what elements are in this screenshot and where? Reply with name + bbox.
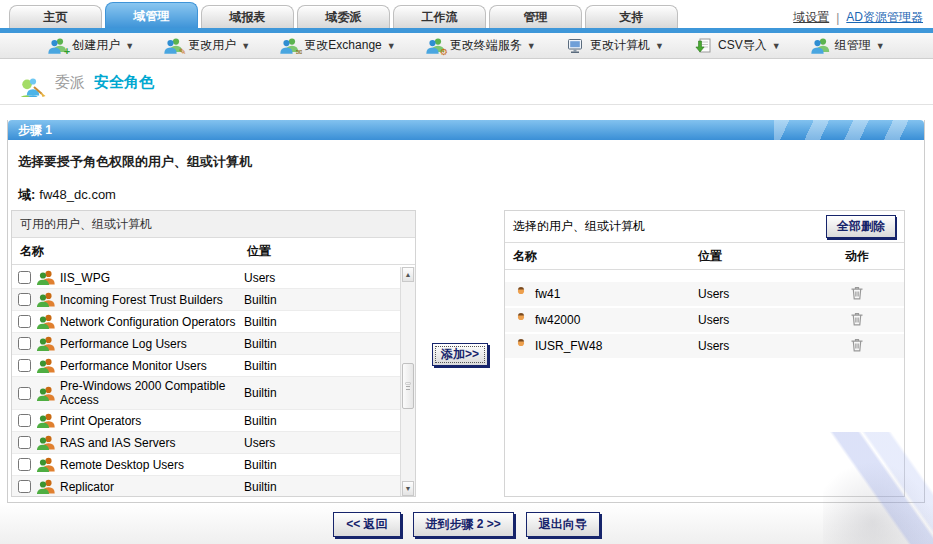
domain-settings-link[interactable]: 域设置 xyxy=(793,9,829,26)
add-button[interactable]: 添加>> xyxy=(432,343,488,366)
row-checkbox[interactable] xyxy=(18,315,31,328)
ad-explorer-link[interactable]: AD资源管理器 xyxy=(846,9,923,26)
available-rows: IIS_WPG Users Incoming Forest Trust Buil… xyxy=(12,267,400,496)
exit-wizard-button[interactable]: 退出向导 xyxy=(526,512,600,537)
item-name: Remote Desktop Users xyxy=(60,458,244,472)
group-icon xyxy=(37,413,55,428)
item-location: Builtin xyxy=(244,337,396,351)
row-checkbox[interactable] xyxy=(18,387,31,400)
list-item: Incoming Forest Trust Builders Builtin xyxy=(12,289,400,311)
column-header-location: 位置 xyxy=(698,248,818,265)
domain-label: 域: xyxy=(18,187,35,202)
scroll-down-arrow-icon[interactable]: ▼ xyxy=(402,481,414,496)
main-tab[interactable]: 支持 xyxy=(585,5,678,28)
toolbar-item-icon xyxy=(566,38,585,54)
item-location: Users xyxy=(244,436,396,450)
delegation-users-icon xyxy=(10,67,46,97)
main-tab[interactable]: 管理 xyxy=(489,5,582,28)
list-item: RAS and IAS Servers Users xyxy=(12,432,400,454)
list-item: Performance Monitor Users Builtin xyxy=(12,355,400,377)
selected-rows: fw41 Users fw42000 Us xyxy=(505,282,904,360)
row-checkbox[interactable] xyxy=(18,480,31,493)
item-name: Replicator xyxy=(60,480,244,494)
toolbar-dropdown-item[interactable]: CSV导入 xyxy=(694,37,781,54)
group-icon xyxy=(37,386,55,401)
toolbar-dropdown-item[interactable]: 创建用户 xyxy=(48,37,134,54)
group-icon xyxy=(37,314,55,329)
selected-list-title: 选择的用户、组或计算机 xyxy=(513,218,645,235)
toolbar-dropdown-item[interactable]: 更改用户 xyxy=(164,37,250,54)
row-checkbox[interactable] xyxy=(18,337,31,350)
toolbar-dropdown-item[interactable]: 更改终端服务 xyxy=(426,37,536,54)
item-location: Builtin xyxy=(244,315,396,329)
row-checkbox[interactable] xyxy=(18,293,31,306)
main-tab[interactable]: 工作流 xyxy=(393,5,486,28)
toolbar-item-icon xyxy=(694,38,713,54)
user-icon xyxy=(513,312,529,328)
toolbar-item-label: 更改Exchange xyxy=(304,37,381,54)
row-checkbox[interactable] xyxy=(18,414,31,427)
main-tab[interactable]: 域委派 xyxy=(297,5,390,28)
main-tab[interactable]: 主页 xyxy=(9,5,102,28)
list-item: fw41 Users xyxy=(505,282,904,308)
item-name: Incoming Forest Trust Builders xyxy=(60,293,244,307)
available-list-panel: 可用的用户、组或计算机 名称 位置 IIS_WPG xyxy=(11,210,416,497)
toolbar-dropdown-item[interactable]: 更改Exchange xyxy=(280,37,395,54)
item-location: Builtin xyxy=(244,359,396,373)
item-location: Builtin xyxy=(244,386,396,400)
delete-row-button[interactable] xyxy=(818,337,896,355)
selected-list-header: 选择的用户、组或计算机 全部删除 xyxy=(505,211,904,243)
available-column-headers: 名称 位置 xyxy=(12,238,415,265)
next-step-button[interactable]: 进到步骤 2 >> xyxy=(413,512,514,537)
page-title-row: 委派 安全角色 xyxy=(0,60,933,105)
action-toolbar: 创建用户 xyxy=(0,33,933,59)
scrollbar-thumb[interactable] xyxy=(402,363,414,409)
group-icon xyxy=(37,358,55,373)
dropdown-caret-icon xyxy=(241,41,250,51)
user-icon xyxy=(513,338,529,354)
item-location: Users xyxy=(698,339,818,353)
group-icon xyxy=(37,270,55,285)
row-checkbox[interactable] xyxy=(18,359,31,372)
wizard-panel: 步骤 1 选择要授予角色权限的用户、组或计算机 域:fw48_dc.com 可用… xyxy=(7,120,925,503)
back-button[interactable]: << 返回 xyxy=(333,512,400,537)
toolbar-item-label: 创建用户 xyxy=(72,37,120,54)
list-item: Performance Log Users Builtin xyxy=(12,333,400,355)
list-item: fw42000 Users xyxy=(505,308,904,334)
toolbar-item-label: 更改计算机 xyxy=(590,37,650,54)
row-checkbox[interactable] xyxy=(18,271,31,284)
item-name: Pre-Windows 2000 Compatible Access xyxy=(60,379,244,407)
toolbar-item-icon xyxy=(426,38,445,54)
wizard-footer: << 返回 进到步骤 2 >> 退出向导 xyxy=(0,503,933,544)
item-location: Users xyxy=(698,313,818,327)
dropdown-caret-icon xyxy=(876,41,885,51)
delete-all-button[interactable]: 全部删除 xyxy=(826,215,896,238)
delete-row-button[interactable] xyxy=(818,311,896,329)
app-window: 主页域管理域报表域委派工作流管理支持 域设置 | AD资源管理器 xyxy=(0,0,933,544)
trash-icon xyxy=(849,285,865,300)
toolbar-item-label: 更改终端服务 xyxy=(450,37,522,54)
link-separator: | xyxy=(836,11,839,25)
toolbar-item-label: 组管理 xyxy=(835,37,871,54)
page-title-prefix: 委派 xyxy=(55,73,85,92)
scroll-up-arrow-icon[interactable]: ▲ xyxy=(402,267,414,282)
vertical-scrollbar[interactable]: ▲ ▼ xyxy=(400,267,415,496)
item-location: Users xyxy=(698,287,818,301)
main-tab[interactable]: 域管理 xyxy=(105,2,198,28)
list-item: Replicator Builtin xyxy=(12,476,400,496)
delete-row-button[interactable] xyxy=(818,285,896,303)
item-name: Performance Monitor Users xyxy=(60,359,244,373)
main-tab[interactable]: 域报表 xyxy=(201,5,294,28)
toolbar-item-label: 更改用户 xyxy=(188,37,236,54)
row-checkbox[interactable] xyxy=(18,436,31,449)
column-header-name: 名称 xyxy=(20,243,247,260)
toolbar-item-label: CSV导入 xyxy=(718,37,767,54)
available-list-viewport: IIS_WPG Users Incoming Forest Trust Buil… xyxy=(12,267,415,496)
group-icon xyxy=(37,336,55,351)
row-checkbox[interactable] xyxy=(18,458,31,471)
toolbar-dropdown-item[interactable]: 更改计算机 xyxy=(566,37,664,54)
item-name: Print Operators xyxy=(60,414,244,428)
selected-list-panel: 选择的用户、组或计算机 全部删除 名称 位置 动作 fw41 xyxy=(504,210,905,497)
item-name: fw42000 xyxy=(535,313,698,327)
toolbar-dropdown-item[interactable]: 组管理 xyxy=(811,37,885,54)
